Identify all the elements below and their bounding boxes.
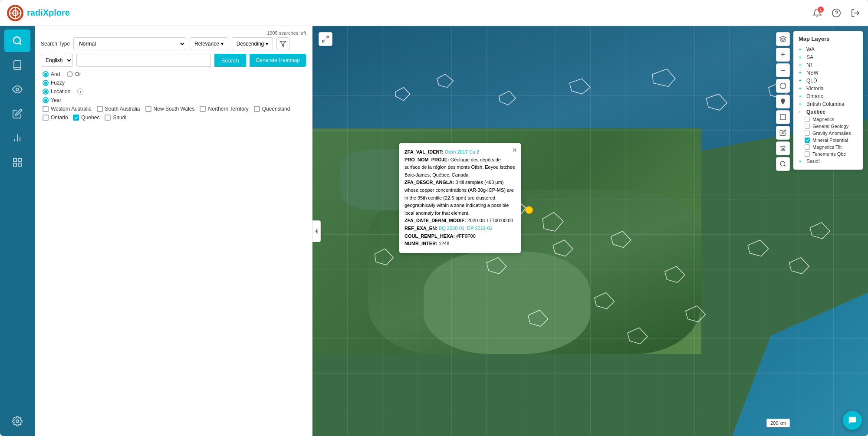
sidebar-item-edit[interactable] [4,102,30,125]
layer-item-sa[interactable]: + SA [799,53,858,61]
tooltip-close-button[interactable]: ✕ [512,146,517,155]
svg-marker-33 [665,266,685,282]
zfa-date-value: 2020-08-17T00:00:00 [467,218,513,223]
svg-line-46 [322,40,325,42]
map-layers-panel: Map Layers + WA + SA + NT + NSW [793,31,863,170]
northern-territory-checkbox[interactable]: Northern Territory [200,106,248,112]
magnetics-tilt-checkbox[interactable] [805,144,810,150]
layer-item-nsw[interactable]: + NSW [799,69,858,77]
descending-button[interactable]: Descending ▾ [232,37,273,50]
map-pin-button[interactable] [776,95,790,108]
fuzzy-radio[interactable]: Fuzzy [43,80,65,86]
queensland-checkbox[interactable]: Queensland [254,106,290,112]
logout-icon[interactable] [850,7,861,19]
map-tooltip: ✕ ZFA_VAL_IDENT: Otish 2017 Cu 2 PRO_NOM… [399,143,521,253]
svg-rect-15 [18,158,21,161]
top-bar: radiXplore 1 [0,0,868,26]
layer-subitem-tenements[interactable]: Tenements Qbc [799,151,858,157]
svg-line-9 [20,43,21,45]
svg-marker-41 [748,240,769,256]
sidebar-item-settings[interactable] [4,410,30,433]
svg-marker-21 [437,74,454,87]
chat-button[interactable] [843,411,862,430]
expand-map-button[interactable] [319,32,332,46]
south-australia-checkbox[interactable]: South Australia [97,106,140,112]
map-edit-button[interactable] [776,126,790,140]
svg-marker-32 [611,231,631,247]
scale-bar: 200 km [766,419,790,427]
svg-line-45 [326,36,329,38]
layer-item-saudi[interactable]: + Saudi [799,157,858,165]
layer-item-ontario[interactable]: + Ontario [799,92,858,100]
layer-item-british-columbia[interactable]: + British Columbia [799,100,858,108]
location-radio[interactable]: Location [43,89,70,95]
fuzzy-row: Fuzzy [41,80,306,86]
map-square-button[interactable] [776,110,790,124]
western-australia-checkbox[interactable]: Western Australia [43,106,92,112]
layer-item-victoria[interactable]: + Victoria [799,85,858,92]
filter-button[interactable] [276,37,289,50]
layer-subitem-gravity[interactable]: Gravity Anomalies [799,130,858,137]
layer-subitem-magnetics-tilt[interactable]: Magnetics Tilt [799,144,858,151]
quebec-checkbox[interactable]: Quebec [73,115,99,121]
map-tool-buttons: + − [776,32,790,171]
gravity-anomalies-checkbox[interactable] [805,131,810,136]
svg-marker-31 [553,240,573,256]
layer-item-qld[interactable]: + QLD [799,77,858,85]
relevance-button[interactable]: Relevance ▾ [190,37,228,50]
zfa-descr-angla-value: 3 till samples (<63 μm) whose copper con… [404,180,514,215]
sidebar-item-book[interactable] [4,54,30,76]
svg-point-18 [16,420,19,423]
collapse-panel-button[interactable] [312,220,321,242]
language-select[interactable]: English [41,54,73,67]
and-radio[interactable]: And [43,71,60,77]
numr-inter-label: NUMR_INTER: [404,241,437,246]
sidebar-item-eye[interactable] [4,78,30,101]
layer-subitem-mineral-potential[interactable]: Mineral Potential [799,137,858,144]
layer-subitem-magnetics[interactable]: Magnetics [799,116,858,123]
sidebar-item-search[interactable] [4,30,30,52]
map-delete-button[interactable] [776,141,790,155]
map-search-button[interactable] [776,157,790,171]
layer-item-wa[interactable]: + WA [799,46,858,53]
help-icon[interactable] [831,7,842,19]
location-info-icon[interactable]: i [77,89,83,95]
svg-marker-44 [316,228,318,234]
magnetics-checkbox[interactable] [805,117,810,122]
svg-point-55 [780,161,785,166]
mineral-potential-checkbox[interactable] [805,138,810,143]
locate-button[interactable] [776,79,790,93]
sidebar-item-grid[interactable] [4,151,30,174]
heatmap-button[interactable]: Generate Heatmap [250,54,306,67]
ontario-checkbox[interactable]: Ontario [43,115,68,121]
top-bar-right: 1 [812,7,861,19]
state-checkboxes-row1: Western Australia South Australia New So… [41,106,306,112]
zfa-val-ident-value[interactable]: Otish 2017 Cu 2 [445,149,480,154]
layer-item-nt[interactable]: + NT [799,61,858,69]
zoom-out-button[interactable]: − [776,63,790,77]
search-input[interactable] [76,54,211,67]
search-button[interactable]: Search [214,54,246,67]
svg-rect-14 [13,158,16,161]
ref-exa-value[interactable]: BQ 2020-01; DP 2019-02 [439,226,493,231]
notification-bell-icon[interactable]: 1 [812,7,823,19]
svg-marker-35 [528,310,548,326]
layer-item-quebec[interactable]: - Quebec [799,108,858,116]
layer-subitem-general-geology[interactable]: General Geology [799,123,858,130]
map-layers-icon-button[interactable] [776,32,790,46]
year-radio[interactable]: Year [43,97,61,103]
zfa-date-label: ZFA_DATE_DERNI_MODIF: [404,218,466,223]
svg-marker-40 [542,213,563,231]
sidebar-item-chart[interactable] [4,127,30,149]
tenements-qbc-checkbox[interactable] [805,151,810,157]
svg-marker-24 [652,69,675,86]
svg-marker-28 [375,249,393,265]
general-geology-checkbox[interactable] [805,124,810,129]
or-radio[interactable]: Or [67,71,81,77]
new-south-wales-checkbox[interactable]: New South Wales [145,106,195,112]
search-type-select[interactable]: Normal [73,37,186,50]
svg-marker-23 [569,79,590,94]
saudi-checkbox[interactable]: Saudi [105,115,126,121]
logo-area: radiXplore [7,5,70,21]
zoom-in-button[interactable]: + [776,48,790,62]
